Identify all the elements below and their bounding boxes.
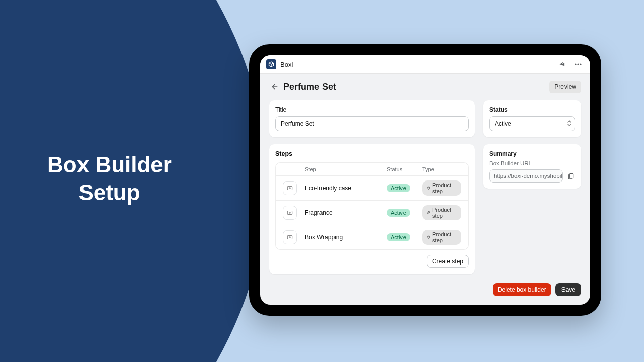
status-label: Status <box>489 106 575 113</box>
device-frame: Boxi Perfume Set Preview Title <box>249 44 601 316</box>
steps-section-label: Steps <box>269 150 475 162</box>
status-select[interactable]: Active <box>489 116 575 131</box>
hero-title: Box Builder Setup <box>43 151 176 206</box>
page-title: Perfume Set <box>283 82 549 93</box>
page-header: Perfume Set Preview <box>269 81 581 93</box>
app-screen: Boxi Perfume Set Preview Title <box>260 55 590 305</box>
col-status: Status <box>383 163 418 176</box>
col-type: Type <box>418 163 468 176</box>
create-step-button[interactable]: Create step <box>427 255 469 268</box>
svg-point-8 <box>289 212 290 213</box>
svg-point-12 <box>429 237 429 237</box>
type-pill: Product step <box>422 230 461 245</box>
status-card: Status Active <box>483 100 581 137</box>
svg-point-2 <box>580 63 581 65</box>
table-row[interactable]: Eco-friendly case Active Product step <box>276 176 468 201</box>
steps-card: Steps Step Status Type <box>269 144 475 274</box>
svg-rect-4 <box>287 187 292 190</box>
svg-point-9 <box>429 212 429 213</box>
svg-rect-7 <box>287 211 292 215</box>
svg-point-1 <box>577 63 579 65</box>
title-field-label: Title <box>275 106 469 113</box>
summary-url-label: Box Builder URL <box>489 160 575 166</box>
drag-handle-icon[interactable] <box>283 230 297 244</box>
table-row[interactable]: Box Wrapping Active Product step <box>276 225 468 250</box>
page-body: Perfume Set Preview Title Steps <box>260 74 590 305</box>
steps-table: Step Status Type Eco-friendly case Activ… <box>276 163 468 249</box>
svg-point-0 <box>575 63 576 65</box>
svg-rect-13 <box>570 173 573 178</box>
url-display[interactable]: https://boxi-demo.myshopify.c <box>489 169 563 183</box>
back-arrow-icon[interactable] <box>269 81 280 93</box>
title-input[interactable] <box>275 116 469 131</box>
status-badge: Active <box>387 233 410 241</box>
delete-button[interactable]: Delete box builder <box>493 283 551 296</box>
table-row[interactable]: Fragrance Active Product step <box>276 201 468 225</box>
step-name: Fragrance <box>301 201 383 225</box>
type-pill: Product step <box>422 180 461 196</box>
summary-label: Summary <box>489 150 575 157</box>
step-name: Box Wrapping <box>301 225 383 250</box>
app-logo-icon <box>266 59 276 69</box>
col-step: Step <box>301 163 383 176</box>
type-pill: Product step <box>422 205 461 220</box>
status-badge: Active <box>387 209 410 217</box>
summary-card: Summary Box Builder URL https://boxi-dem… <box>483 144 581 189</box>
drag-handle-icon[interactable] <box>283 181 297 195</box>
step-name: Eco-friendly case <box>301 176 383 201</box>
clipboard-icon[interactable] <box>566 171 575 180</box>
save-button[interactable]: Save <box>555 283 581 296</box>
status-badge: Active <box>387 184 410 192</box>
footer-actions: Delete box builder Save <box>269 283 581 296</box>
more-icon[interactable] <box>572 58 584 70</box>
svg-point-6 <box>429 188 429 188</box>
drag-handle-icon[interactable] <box>283 206 297 220</box>
svg-point-5 <box>289 188 290 189</box>
app-name: Boxi <box>280 61 293 68</box>
svg-rect-10 <box>287 236 292 239</box>
title-card: Title <box>269 100 475 137</box>
preview-button[interactable]: Preview <box>549 81 581 93</box>
app-bar: Boxi <box>260 55 590 74</box>
svg-point-11 <box>289 237 290 238</box>
pin-icon[interactable] <box>556 58 568 70</box>
